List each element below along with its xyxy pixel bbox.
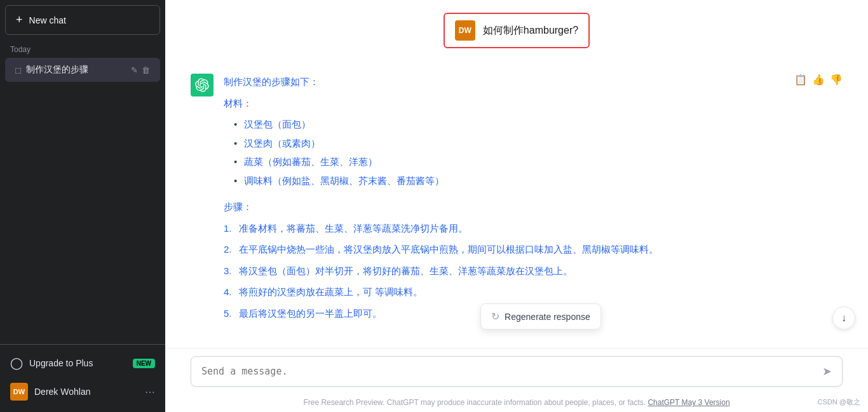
sidebar-bottom: ◯ Upgrade to Plus NEW DW Derek Wohlan ⋯ [0,344,165,412]
user-avatar: DW [10,383,28,401]
footer-link[interactable]: ChatGPT May 3 Version [648,398,729,407]
materials-list: 汉堡包（面包） 汉堡肉（或素肉） 蔬菜（例如蕃茄、生菜、洋葱） 调味料（例如盐、… [234,116,843,189]
send-button[interactable]: ➤ [822,364,832,378]
user-name: Derek Wohlan [34,387,90,397]
send-icon: ➤ [822,365,832,378]
input-wrapper: ➤ [191,356,843,387]
today-label: Today [0,40,165,56]
copy-icon[interactable]: 📋 [794,74,807,86]
regenerate-icon: ↻ [491,310,499,322]
assistant-avatar [191,74,214,96]
plus-icon: + [16,13,23,27]
thumbs-down-icon[interactable]: 👎 [830,74,843,86]
chat-item-actions: ✎ 🗑 [131,65,150,75]
chat-item-text: 制作汉堡的步骤 [26,64,126,76]
thumbs-up-icon[interactable]: 👍 [812,74,825,86]
regenerate-popup[interactable]: ↻ Regenerate response [480,303,601,329]
sidebar: + New chat Today □ 制作汉堡的步骤 ✎ 🗑 ◯ Upgrade… [0,0,165,412]
assistant-actions: 📋 👍 👎 [794,74,843,86]
user-circle-icon: ◯ [10,356,23,370]
footer-text: Free Research Preview. ChatGPT may produ… [165,394,868,412]
user-message-row: DW 如何制作hamburger? [191,13,843,48]
user-avatar-bubble: DW [455,20,475,41]
list-item: 蔬菜（例如蕃茄、生菜、洋葱） [234,154,843,170]
upgrade-to-plus-button[interactable]: ◯ Upgrade to Plus NEW [5,350,160,376]
list-item: 汉堡肉（或素肉） [234,135,843,152]
more-options-icon[interactable]: ⋯ [145,386,155,398]
materials-label: 材料： [224,95,843,112]
list-item: 3.将汉堡包（面包）对半切开，将切好的蕃茄、生菜、洋葱等蔬菜放在汉堡包上。 [224,263,843,279]
user-message-text: 如何制作hamburger? [483,24,578,37]
list-item: 2.在平底锅中烧热一些油，将汉堡肉放入平底锅中煎熟，期间可以根据口味加入盐、黑胡… [224,241,843,258]
assistant-heading: 制作汉堡的步骤如下： [224,74,843,90]
chat-icon: □ [15,65,21,76]
assistant-message-row: 制作汉堡的步骤如下： 材料： 汉堡包（面包） 汉堡肉（或素肉） 蔬菜（例如蕃茄、… [191,63,843,342]
list-item: 调味料（例如盐、黑胡椒、芥末酱、番茄酱等） [234,173,843,189]
list-item: 4.将煎好的汉堡肉放在蔬菜上，可 等调味料。 [224,284,843,300]
chat-history-item[interactable]: □ 制作汉堡的步骤 ✎ 🗑 [5,58,160,82]
list-item: 1.准备材料，将蕃茄、生菜、洋葱等蔬菜洗净切片备用。 [224,220,843,237]
watermark: CSDN @敬之 [818,397,860,407]
input-area: ➤ [165,348,868,394]
footer-main-text: Free Research Preview. ChatGPT may produ… [303,398,646,407]
upgrade-badge: NEW [133,359,155,368]
regenerate-label: Regenerate response [505,312,590,322]
message-input[interactable] [201,366,822,377]
chat-area: DW 如何制作hamburger? 制作汉堡的步骤如下： 材料： [165,0,868,348]
scroll-down-button[interactable]: ↓ [832,307,855,329]
user-message-bubble: DW 如何制作hamburger? [444,13,590,48]
user-profile-item[interactable]: DW Derek Wohlan ⋯ [5,376,160,407]
delete-icon[interactable]: 🗑 [142,65,150,75]
steps-label: 步骤： [224,199,843,215]
list-item: 汉堡包（面包） [234,116,843,133]
chatgpt-logo [195,78,209,92]
main-area: DW 如何制作hamburger? 制作汉堡的步骤如下： 材料： [165,0,868,412]
upgrade-label: Upgrade to Plus [29,358,93,368]
new-chat-label: New chat [29,15,66,25]
new-chat-button[interactable]: + New chat [5,5,160,35]
assistant-content: 制作汉堡的步骤如下： 材料： 汉堡包（面包） 汉堡肉（或素肉） 蔬菜（例如蕃茄、… [224,74,843,331]
chevron-down-icon: ↓ [841,312,846,324]
edit-icon[interactable]: ✎ [131,65,138,75]
